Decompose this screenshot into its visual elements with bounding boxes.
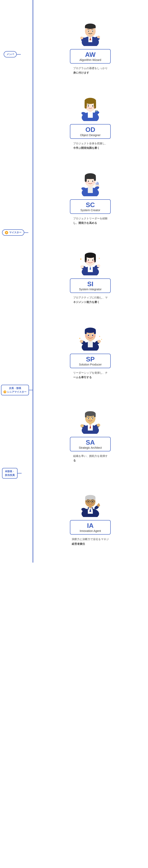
name-box-sp: SP Solution Producer bbox=[70, 354, 111, 368]
svg-rect-78 bbox=[85, 330, 87, 334]
svg-point-84 bbox=[88, 335, 89, 335]
svg-rect-102 bbox=[94, 413, 96, 417]
avatar-sc bbox=[74, 164, 107, 197]
svg-point-9 bbox=[88, 31, 89, 32]
name-box-ia: IA Innovation Agent bbox=[70, 520, 111, 534]
card-sa: SA Strategic Architect 組織を率い、挑戦力を発揮す る bbox=[0, 400, 148, 463]
member-label-text: メンバ bbox=[6, 53, 14, 56]
svg-point-13 bbox=[80, 37, 83, 39]
svg-point-42 bbox=[88, 181, 89, 182]
avatar-od bbox=[74, 89, 107, 122]
avatar-sp: ✦ ✦ ✦ bbox=[74, 319, 107, 352]
section-label-member: メンバ bbox=[4, 51, 17, 57]
svg-point-65 bbox=[85, 260, 88, 262]
title-si: System Integrator bbox=[78, 288, 102, 291]
svg-point-86 bbox=[85, 335, 88, 337]
svg-rect-6 bbox=[85, 26, 96, 28]
card-od: OD Object Designer プロジェクト全体を把握し、 今学ぶ開発知識… bbox=[0, 87, 148, 150]
svg-text:✦: ✦ bbox=[99, 336, 101, 338]
svg-rect-48 bbox=[96, 183, 97, 185]
svg-point-127 bbox=[92, 501, 93, 502]
name-box-od: OD Object Designer bbox=[70, 124, 111, 138]
section-label-meister: ★ マイスター bbox=[2, 229, 24, 236]
svg-point-70 bbox=[97, 264, 100, 268]
svg-rect-39 bbox=[85, 177, 96, 179]
desc-sp: リーダーシップを発揮し、チ ームを牽引する bbox=[71, 371, 110, 380]
senior-meister-label-line1: 次長・部長 bbox=[3, 386, 27, 390]
card-ia: IA Innovation Agent 洞察力と決断力で全社をマネジ 経営者責任 bbox=[0, 483, 148, 546]
svg-point-85 bbox=[92, 335, 93, 335]
svg-point-110 bbox=[97, 424, 100, 427]
svg-text:✦: ✦ bbox=[80, 257, 82, 261]
card-sp: ✦ ✦ ✦ SP Solution Producer リーダーシップを発揮し、チ… bbox=[0, 317, 148, 380]
exec-label-line2: 担当役員 bbox=[5, 473, 15, 477]
initials-sc: SC bbox=[78, 202, 102, 209]
name-box-sa: SA Strategic Architect bbox=[70, 437, 111, 452]
svg-point-26 bbox=[86, 106, 88, 108]
desc-od: プロジェクト全体を把握し、 今学ぶ開発知識を磨く bbox=[71, 141, 110, 150]
svg-text:✦: ✦ bbox=[79, 337, 81, 339]
desc-si: プロアクティブに行動し、マ ネジメント能力を磨く bbox=[71, 296, 110, 304]
initials-si: SI bbox=[78, 280, 102, 288]
svg-point-44 bbox=[86, 182, 88, 183]
title-aw: Algorithm Wizard bbox=[78, 58, 102, 62]
svg-rect-74 bbox=[88, 341, 93, 347]
avatar-aw bbox=[74, 14, 107, 47]
svg-point-10 bbox=[92, 31, 93, 32]
svg-point-109 bbox=[80, 424, 84, 427]
avatar-sa bbox=[74, 402, 107, 435]
senior-meister-label-line2: シニアマイスター bbox=[7, 390, 27, 394]
svg-text:✦: ✦ bbox=[101, 339, 102, 340]
svg-point-90 bbox=[80, 340, 83, 343]
avatar-ia bbox=[74, 485, 107, 518]
svg-point-69 bbox=[80, 265, 84, 268]
svg-rect-50 bbox=[98, 182, 99, 185]
title-sa: Strategic Architect bbox=[78, 446, 102, 450]
svg-rect-16 bbox=[88, 111, 93, 118]
initials-ia: IA bbox=[78, 522, 102, 529]
svg-point-126 bbox=[88, 501, 89, 502]
svg-text:✦: ✦ bbox=[99, 257, 100, 259]
svg-point-24 bbox=[88, 105, 89, 107]
svg-point-87 bbox=[92, 335, 96, 337]
meister-label-text: マイスター bbox=[9, 231, 22, 234]
initials-aw: AW bbox=[78, 51, 102, 58]
desc-sa: 組織を率い、挑戦力を発揮す る bbox=[71, 454, 110, 463]
svg-point-45 bbox=[92, 182, 95, 183]
card-sc: SC System Creator プロジェクトリーダーを経験 し、開発力を高め… bbox=[0, 162, 148, 225]
card-aw: AW Algorithm Wizard プログラムの基礎をしっかり 身に付けます bbox=[0, 6, 148, 75]
svg-rect-79 bbox=[94, 330, 96, 334]
initials-sp: SP bbox=[78, 356, 102, 363]
section-label-exec: 本部長・ 担当役員 bbox=[2, 468, 17, 478]
svg-rect-49 bbox=[97, 182, 98, 185]
name-box-sc: SC System Creator bbox=[70, 199, 111, 214]
desc-ia: 洞察力と決断力で全社をマネジ 経営者責任 bbox=[70, 537, 111, 546]
initials-sa: SA bbox=[78, 439, 102, 446]
exec-label-line1: 本部長・ bbox=[5, 470, 15, 473]
svg-rect-130 bbox=[98, 503, 99, 506]
title-ia: Innovation Agent bbox=[78, 529, 102, 532]
avatar-si: ✦ ✦ bbox=[74, 244, 107, 276]
title-od: Object Designer bbox=[78, 133, 102, 137]
svg-rect-119 bbox=[85, 497, 87, 500]
card-si: ✦ ✦ SI System Integrator プロアクティブに行動し、マ ネ… bbox=[0, 242, 148, 304]
svg-point-91 bbox=[98, 340, 101, 343]
title-sc: System Creator bbox=[78, 209, 102, 212]
timeline-container: メンバ bbox=[0, 0, 148, 563]
svg-point-105 bbox=[88, 418, 89, 419]
svg-point-66 bbox=[92, 260, 95, 262]
svg-point-106 bbox=[92, 418, 93, 419]
desc-sc: プロジェクトリーダーを経験 し、開発力を高める bbox=[71, 216, 110, 225]
svg-point-63 bbox=[88, 259, 89, 261]
svg-point-14 bbox=[97, 36, 100, 38]
svg-rect-101 bbox=[85, 413, 87, 417]
svg-point-27 bbox=[92, 106, 95, 108]
name-box-si: SI System Integrator bbox=[70, 278, 111, 293]
title-sp: Solution Producer bbox=[78, 363, 102, 366]
svg-point-82 bbox=[88, 335, 89, 336]
svg-point-25 bbox=[92, 105, 93, 107]
initials-od: OD bbox=[78, 126, 102, 133]
svg-point-43 bbox=[92, 181, 93, 182]
name-box-aw: AW Algorithm Wizard bbox=[70, 49, 111, 64]
svg-rect-120 bbox=[94, 497, 96, 500]
